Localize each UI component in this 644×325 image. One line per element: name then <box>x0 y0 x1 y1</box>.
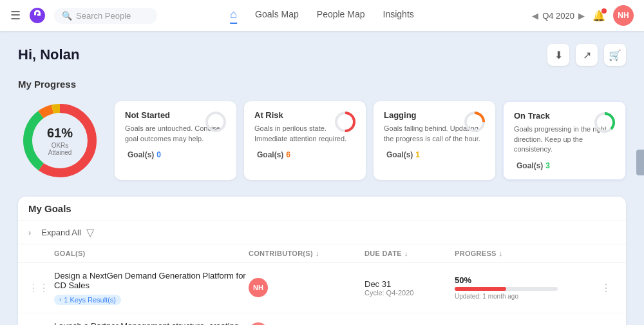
chevron-right-icon[interactable]: › <box>28 228 31 237</box>
goals-section-title: My Goals <box>28 203 71 214</box>
on-track-chart <box>593 111 616 137</box>
status-card-not-started[interactable]: Not Started Goals are untouched. Concise… <box>115 101 236 179</box>
nav-right: ◀ Q4 2020 ▶ 🔔 NH <box>532 5 634 26</box>
page-title: Hi, Nolan <box>18 46 79 63</box>
current-quarter: Q4 2020 <box>542 11 574 21</box>
not-started-chart <box>204 110 227 136</box>
table-row: ⋮⋮ Launch a Partner Management structure… <box>18 313 626 326</box>
menu-icon[interactable]: ☰ <box>10 8 21 23</box>
due-date: Dec 31 <box>365 279 455 289</box>
next-quarter-btn[interactable]: ▶ <box>578 11 585 21</box>
table-header: GOAL(S) CONTRIBUTOR(S) ↓ DUE DATE ↓ PROG… <box>18 244 626 263</box>
nav-goals-map[interactable]: Goals Map <box>255 9 299 22</box>
quarter-nav: ◀ Q4 2020 ▶ <box>532 11 585 21</box>
status-card-on-track[interactable]: On Track Goals progressing in the right … <box>503 101 626 179</box>
sort-due-date-icon: ↓ <box>404 250 408 257</box>
goal-name-cell: Launch a Partner Management structure, c… <box>54 321 249 326</box>
donut-center: 61% OKRs Attained <box>39 126 81 156</box>
drag-handle[interactable]: ⋮⋮ <box>28 282 54 294</box>
download-btn[interactable]: ⬇ <box>547 44 569 66</box>
filter-icon[interactable]: ▽ <box>86 226 94 239</box>
search-bar[interactable]: 🔍 Search People <box>54 8 157 24</box>
status-cards: Not Started Goals are untouched. Concise… <box>115 101 626 179</box>
nav-home-icon[interactable]: ⌂ <box>230 8 237 24</box>
progress-section: 61% OKRs Attained Not Started Goals are … <box>18 99 626 182</box>
cycle-label: Cycle: Q4-2020 <box>365 289 455 297</box>
goals-section: My Goals › Expand All ▽ GOAL(S) CONTRIBU… <box>18 197 626 325</box>
status-card-at-risk[interactable]: At Risk Goals in perilous state. Immedia… <box>244 101 366 179</box>
user-avatar[interactable]: NH <box>613 5 634 26</box>
avatar: NH <box>249 278 268 297</box>
key-results-badge[interactable]: › 1 Keys Result(s) <box>54 295 121 305</box>
nav-center: ⌂ Goals Map People Map Insights <box>230 8 414 24</box>
contributor-cell: NH <box>249 322 365 326</box>
contributor-cell: NH <box>249 278 365 297</box>
not-started-count: Goal(s)0 <box>125 150 226 159</box>
search-icon: 🔍 <box>62 11 72 21</box>
donut-label: OKRs Attained <box>39 142 81 156</box>
avatar: NH <box>249 322 268 326</box>
goal-name: Design a NextGen Demand Generation Platf… <box>54 271 249 290</box>
donut-percent: 61% <box>39 126 81 141</box>
on-track-count: Goal(s)3 <box>514 161 615 170</box>
nav-insights[interactable]: Insights <box>383 9 414 22</box>
sort-contributors-icon: ↓ <box>316 250 319 257</box>
goals-header: My Goals <box>18 197 626 221</box>
goal-name: Launch a Partner Management structure, c… <box>54 321 249 326</box>
share-btn[interactable]: ↗ <box>576 44 598 66</box>
col-goals: GOAL(S) <box>54 250 249 257</box>
col-due-date: DUE DATE ↓ <box>365 250 455 257</box>
sort-progress-icon: ↓ <box>499 250 503 257</box>
search-placeholder: Search People <box>76 11 131 21</box>
more-options-btn[interactable]: 🛒 <box>604 44 626 66</box>
at-risk-chart <box>334 110 357 136</box>
lagging-count: Goal(s)1 <box>384 150 485 159</box>
due-date-cell: Dec 31 Cycle: Q4-2020 <box>365 279 455 297</box>
status-card-lagging[interactable]: Lagging Goals falling behind. Updating t… <box>374 101 495 179</box>
header-actions: ⬇ ↗ 🛒 <box>547 44 626 66</box>
progress-cell: 50% Updated: 1 month ago <box>455 275 596 300</box>
progress-section-title: My Progress <box>18 79 626 90</box>
lagging-chart <box>463 110 486 136</box>
progress-pct: 50% <box>455 275 596 285</box>
svg-point-5 <box>207 113 225 131</box>
updated-label: Updated: 1 month ago <box>455 293 596 300</box>
progress-bar-fill <box>455 287 506 291</box>
page-header: Hi, Nolan ⬇ ↗ 🛒 <box>18 44 626 66</box>
progress-bar-bg <box>455 287 558 291</box>
top-navbar: ☰ 🔍 Search People ⌂ Goals Map People Map… <box>0 0 644 31</box>
notification-icon[interactable]: 🔔 <box>592 10 605 22</box>
prev-quarter-btn[interactable]: ◀ <box>532 11 538 21</box>
notification-dot <box>601 8 607 14</box>
table-row: ⋮⋮ Design a NextGen Demand Generation Pl… <box>18 263 626 313</box>
sidebar-toggle[interactable] <box>636 150 644 175</box>
nav-people-map[interactable]: People Map <box>317 9 365 22</box>
donut-chart: 61% OKRs Attained <box>18 99 102 182</box>
brand-logo <box>28 6 46 25</box>
goal-name-cell: Design a NextGen Demand Generation Platf… <box>54 271 249 305</box>
row-more-btn[interactable]: ⋮ <box>596 282 616 294</box>
main-content: Hi, Nolan ⬇ ↗ 🛒 My Progress 6 <box>0 31 644 325</box>
col-contributors: CONTRIBUTOR(S) ↓ <box>249 250 365 257</box>
col-progress: PROGRESS ↓ <box>455 250 596 257</box>
at-risk-count: Goal(s)6 <box>254 150 355 159</box>
expand-all-btn[interactable]: Expand All <box>41 228 80 237</box>
